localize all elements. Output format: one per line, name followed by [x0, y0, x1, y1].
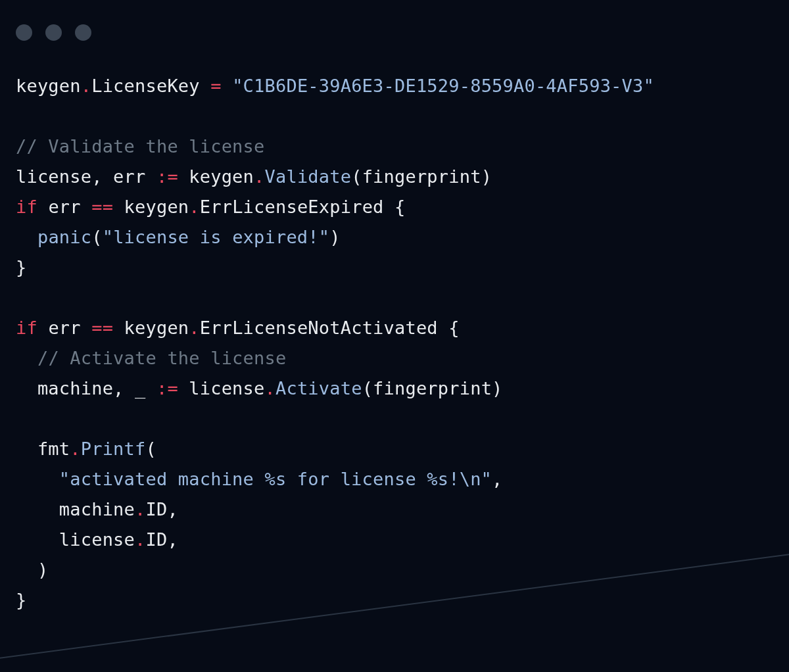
- code-line-1: keygen.LicenseKey = "C1B6DE-39A6E3-DE152…: [16, 76, 654, 96]
- code-line-10: // Activate the license: [16, 348, 286, 368]
- t: ==: [91, 318, 113, 338]
- method-call: Printf: [81, 439, 146, 459]
- t: ): [329, 227, 340, 247]
- t: license, err: [16, 166, 156, 187]
- t: .: [189, 197, 199, 217]
- code-comment: // Activate the license: [37, 348, 286, 368]
- t: ErrLicenseNotActivated {: [200, 318, 460, 338]
- t: ID,: [145, 529, 178, 550]
- code-line-4: license, err := keygen.Validate(fingerpr…: [16, 166, 492, 187]
- t: (: [145, 439, 156, 459]
- t: :=: [156, 378, 178, 398]
- window-dot-zoom-icon[interactable]: [75, 24, 91, 41]
- code-line-16: license.ID,: [16, 529, 178, 550]
- t: license: [16, 529, 135, 550]
- code-comment: // Validate the license: [16, 136, 264, 156]
- t: (fingerprint): [362, 378, 503, 398]
- t: machine: [16, 499, 135, 519]
- code-window: keygen.LicenseKey = "C1B6DE-39A6E3-DE152…: [0, 0, 789, 672]
- t: ==: [91, 197, 113, 217]
- t: keygen: [113, 197, 189, 217]
- code-block: keygen.LicenseKey = "C1B6DE-39A6E3-DE152…: [0, 49, 789, 615]
- code-line-6: panic("license is expired!"): [16, 227, 341, 247]
- code-line-11: machine, _ := license.Activate(fingerpri…: [16, 378, 503, 398]
- t: [16, 348, 37, 368]
- string-literal: "license is expired!": [103, 227, 330, 247]
- code-line-15: machine.ID,: [16, 499, 178, 519]
- t: keygen: [113, 318, 189, 338]
- string-literal: "C1B6DE-39A6E3-DE1529-8559A0-4AF593-V3": [232, 76, 654, 96]
- code-line-13: fmt.Printf(: [16, 439, 156, 459]
- string-literal: "activated machine %s for license %s!\n": [59, 469, 492, 489]
- method-call: Validate: [265, 166, 352, 187]
- t: ID,: [145, 499, 178, 519]
- t: err: [37, 197, 91, 217]
- code-line-17: ): [16, 560, 48, 580]
- t: .: [254, 166, 264, 187]
- code-line-14: "activated machine %s for license %s!\n"…: [16, 469, 503, 489]
- window-dot-close-icon[interactable]: [16, 24, 32, 41]
- t: license: [178, 378, 265, 398]
- t: fmt: [16, 439, 70, 459]
- code-line-18: }: [16, 590, 26, 610]
- t: ,: [492, 469, 502, 489]
- code-line-9: if err == keygen.ErrLicenseNotActivated …: [16, 318, 460, 338]
- func-call: panic: [37, 227, 91, 247]
- t: .: [135, 499, 145, 519]
- keyword: if: [16, 318, 37, 338]
- t: .: [81, 76, 91, 96]
- method-call: Activate: [275, 378, 362, 398]
- t: (: [91, 227, 102, 247]
- t: .: [70, 439, 80, 459]
- code-line-5: if err == keygen.ErrLicenseExpired {: [16, 197, 405, 217]
- window-dot-minimize-icon[interactable]: [45, 24, 62, 41]
- t: [16, 227, 37, 247]
- t: ErrLicenseExpired {: [200, 197, 406, 217]
- t: =: [210, 76, 221, 96]
- code-line-7: }: [16, 257, 26, 277]
- t: machine, _: [16, 378, 156, 398]
- t: .: [265, 378, 275, 398]
- t: .: [135, 529, 145, 550]
- t: LicenseKey: [91, 76, 210, 96]
- window-titlebar: [0, 0, 789, 49]
- keyword: if: [16, 197, 37, 217]
- t: .: [189, 318, 199, 338]
- t: err: [37, 318, 91, 338]
- t: keygen: [178, 166, 254, 187]
- t: [222, 76, 232, 96]
- t: keygen: [16, 76, 81, 96]
- t: (fingerprint): [351, 166, 492, 187]
- t: :=: [156, 166, 178, 187]
- t: [16, 469, 59, 489]
